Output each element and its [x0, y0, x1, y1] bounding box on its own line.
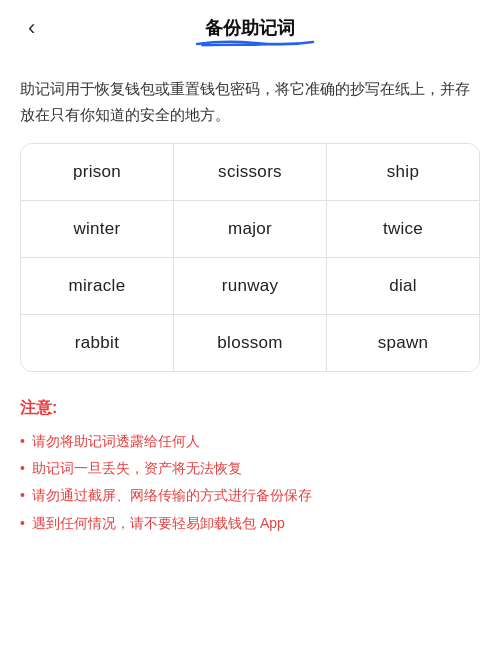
notes-item-3: 请勿通过截屏、网络传输的方式进行备份保存: [20, 483, 480, 508]
mnemonic-word-2: scissors: [174, 144, 326, 200]
header: ‹ 备份助记词: [0, 0, 500, 56]
page-title: 备份助记词: [205, 16, 295, 40]
mnemonic-word-11: blossom: [174, 315, 326, 371]
notes-item-2: 助记词一旦丢失，资产将无法恢复: [20, 456, 480, 481]
mnemonic-word-3: ship: [327, 144, 479, 200]
notes-item-4: 遇到任何情况，请不要轻易卸载钱包 App: [20, 511, 480, 536]
mnemonic-grid: prisonscissorsshipwintermajortwicemiracl…: [21, 144, 479, 371]
mnemonic-word-1: prison: [21, 144, 173, 200]
mnemonic-word-6: twice: [327, 201, 479, 257]
mnemonic-word-12: spawn: [327, 315, 479, 371]
back-button[interactable]: ‹: [20, 11, 43, 45]
notes-item-1: 请勿将助记词透露给任何人: [20, 429, 480, 454]
notes-list: 请勿将助记词透露给任何人助记词一旦丢失，资产将无法恢复请勿通过截屏、网络传输的方…: [20, 429, 480, 536]
mnemonic-word-7: miracle: [21, 258, 173, 314]
notes-title: 注意:: [20, 398, 480, 419]
mnemonic-word-4: winter: [21, 201, 173, 257]
description-text: 助记词用于恢复钱包或重置钱包密码，将它准确的抄写在纸上，并存放在只有你知道的安全…: [0, 56, 500, 143]
mnemonic-grid-container: prisonscissorsshipwintermajortwicemiracl…: [20, 143, 480, 372]
mnemonic-word-5: major: [174, 201, 326, 257]
notes-section: 注意: 请勿将助记词透露给任何人助记词一旦丢失，资产将无法恢复请勿通过截屏、网络…: [0, 388, 500, 558]
mnemonic-word-9: dial: [327, 258, 479, 314]
mnemonic-word-10: rabbit: [21, 315, 173, 371]
mnemonic-word-8: runway: [174, 258, 326, 314]
